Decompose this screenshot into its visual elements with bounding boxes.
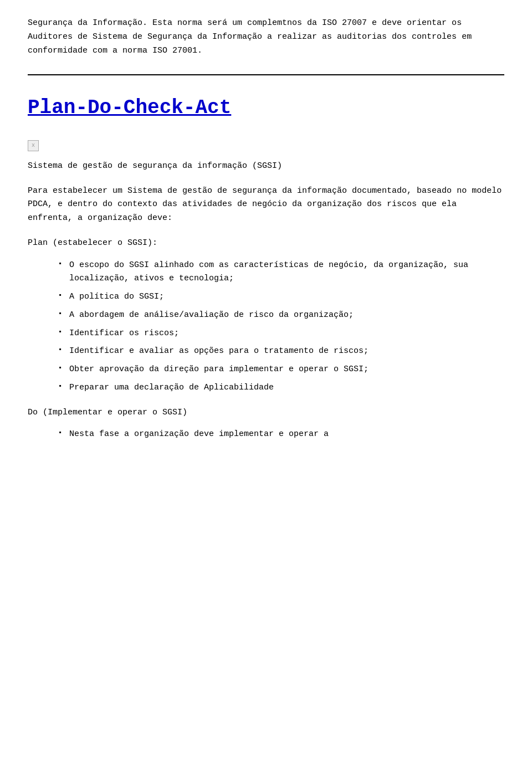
- sgsi-intro-paragraph: Sistema de gestão de segurança da inform…: [28, 160, 504, 173]
- broken-image-placeholder: x: [28, 140, 39, 151]
- list-item: Identificar e avaliar as opções para o t…: [61, 345, 504, 358]
- plan-bullet-list: O escopo do SGSI alinhado com as caracte…: [28, 259, 504, 395]
- list-item: Obter aprovação da direção para implemen…: [61, 363, 504, 377]
- pdca-description-paragraph: Para estabelecer um Sistema de gestão de…: [28, 184, 504, 225]
- do-label: Do (Implementar e operar o SGSI): [28, 406, 504, 420]
- list-item: A abordagem de análise/avaliação de risc…: [61, 309, 504, 322]
- do-bullet-list: Nesta fase a organização deve implementa…: [28, 428, 504, 442]
- page-container: Segurança da Informação. Esta norma será…: [0, 0, 532, 480]
- intro-paragraph: Segurança da Informação. Esta norma será…: [28, 17, 504, 58]
- list-item: Identificar os riscos;: [61, 327, 504, 341]
- plan-label: Plan (estabelecer o SGSI):: [28, 237, 504, 250]
- list-item: O escopo do SGSI alinhado com as caracte…: [61, 259, 504, 286]
- section-title: Plan-Do-Check-Act: [28, 92, 504, 124]
- list-item: A política do SGSI;: [61, 290, 504, 304]
- list-item: Preparar uma declaração de Aplicabilidad…: [61, 381, 504, 395]
- list-item: Nesta fase a organização deve implementa…: [61, 428, 504, 442]
- horizontal-divider: [28, 74, 504, 75]
